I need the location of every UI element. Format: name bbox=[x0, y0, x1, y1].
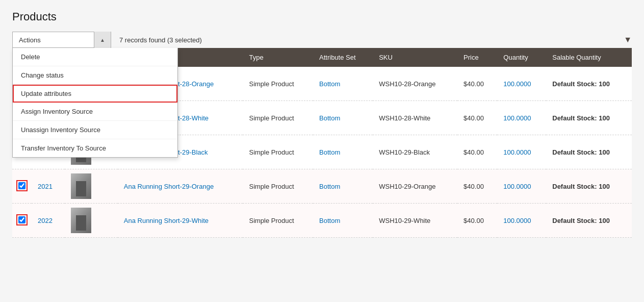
dropdown-item-transfer-inventory[interactable]: Transfer Inventory To Source bbox=[13, 139, 177, 157]
row-thumbnail bbox=[65, 204, 118, 238]
product-link[interactable]: Ana Running Short-29-White bbox=[124, 217, 209, 224]
row-salable: Default Stock: 100 bbox=[546, 204, 632, 238]
row-checkbox[interactable] bbox=[18, 182, 25, 189]
dropdown-item-change-status[interactable]: Change status bbox=[13, 66, 177, 85]
row-salable: Default Stock: 100 bbox=[546, 67, 632, 101]
row-checkbox-cell[interactable] bbox=[12, 204, 32, 238]
row-attribute-set: Bottom bbox=[313, 204, 373, 238]
row-price: $40.00 bbox=[457, 101, 497, 135]
row-type: Simple Product bbox=[243, 135, 313, 169]
row-type: Simple Product bbox=[243, 101, 313, 135]
row-salable: Default Stock: 100 bbox=[546, 135, 632, 169]
row-type: Simple Product bbox=[243, 169, 313, 204]
product-thumbnail bbox=[71, 208, 91, 233]
row-salable: Default Stock: 100 bbox=[546, 169, 632, 204]
row-sku: WSH10-29-Black bbox=[373, 135, 457, 169]
row-quantity: 100.0000 bbox=[497, 67, 546, 101]
row-attribute-set: Bottom bbox=[313, 169, 373, 204]
row-price: $40.00 bbox=[457, 135, 497, 169]
row-sku: WSH10-29-Orange bbox=[373, 169, 457, 204]
toolbar: Actions ▲ Delete Change status Update at… bbox=[12, 32, 632, 48]
actions-label: Actions bbox=[13, 32, 94, 47]
product-thumbnail bbox=[71, 173, 91, 199]
actions-dropdown-menu: Delete Change status Update attributes A… bbox=[12, 48, 178, 158]
page-container: Products Actions ▲ Delete Change status … bbox=[0, 0, 644, 302]
row-attribute-set: Bottom bbox=[313, 135, 373, 169]
row-price: $40.00 bbox=[457, 204, 497, 238]
header-type: Type bbox=[243, 48, 313, 67]
row-attribute-set: Bottom bbox=[313, 101, 373, 135]
row-name: Ana Running Short-29-White bbox=[118, 204, 243, 238]
actions-arrow-icon[interactable]: ▲ bbox=[94, 32, 111, 48]
row-attribute-set: Bottom bbox=[313, 67, 373, 101]
records-info: 7 records found (3 selected) bbox=[119, 36, 202, 44]
row-price: $40.00 bbox=[457, 67, 497, 101]
row-sku: WSH10-28-White bbox=[373, 101, 457, 135]
row-sku: WSH10-29-White bbox=[373, 204, 457, 238]
row-quantity: 100.0000 bbox=[497, 204, 546, 238]
header-quantity: Quantity bbox=[497, 48, 546, 67]
row-quantity: 100.0000 bbox=[497, 169, 546, 204]
header-price: Price bbox=[457, 48, 497, 67]
row-id: 2021 bbox=[32, 169, 65, 204]
row-type: Simple Product bbox=[243, 204, 313, 238]
dropdown-item-assign-inventory[interactable]: Assign Inventory Source bbox=[13, 103, 177, 121]
product-link[interactable]: Ana Running Short-29-Orange bbox=[124, 183, 214, 190]
table-row: 2022 Ana Running Short-29-White Simple P… bbox=[12, 204, 632, 238]
actions-button[interactable]: Actions ▲ bbox=[12, 32, 111, 48]
header-attribute-set: Attribute Set bbox=[313, 48, 373, 67]
table-row: 2021 Ana Running Short-29-Orange Simple … bbox=[12, 169, 632, 204]
row-name: Ana Running Short-29-Orange bbox=[118, 169, 243, 204]
row-type: Simple Product bbox=[243, 67, 313, 101]
row-salable: Default Stock: 100 bbox=[546, 101, 632, 135]
dropdown-item-update-attributes[interactable]: Update attributes bbox=[13, 85, 177, 103]
row-checkbox-cell[interactable] bbox=[12, 169, 32, 204]
page-title: Products bbox=[12, 10, 632, 23]
row-sku: WSH10-28-Orange bbox=[373, 67, 457, 101]
filter-icon[interactable]: ▼ bbox=[624, 35, 632, 44]
header-salable-quantity: Salable Quantity bbox=[546, 48, 632, 67]
row-quantity: 100.0000 bbox=[497, 135, 546, 169]
dropdown-item-unassign-inventory[interactable]: Unassign Inventory Source bbox=[13, 121, 177, 139]
header-sku: SKU bbox=[373, 48, 457, 67]
actions-dropdown: Actions ▲ Delete Change status Update at… bbox=[12, 32, 111, 48]
row-thumbnail bbox=[65, 169, 118, 204]
row-id: 2022 bbox=[32, 204, 65, 238]
row-quantity: 100.0000 bbox=[497, 101, 546, 135]
row-checkbox[interactable] bbox=[18, 216, 25, 223]
row-price: $40.00 bbox=[457, 169, 497, 204]
dropdown-item-delete[interactable]: Delete bbox=[13, 48, 177, 66]
